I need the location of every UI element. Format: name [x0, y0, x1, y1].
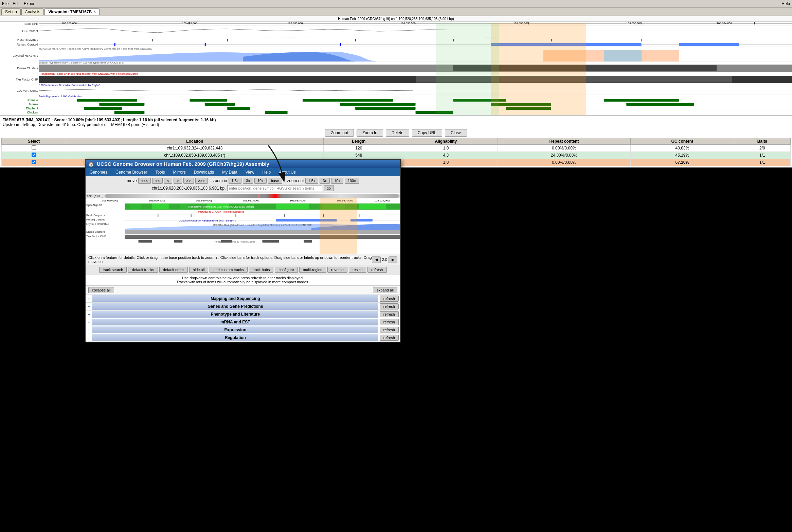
- nav-downloads[interactable]: Downloads: [190, 169, 218, 176]
- mouse-row: Mouse: [0, 102, 792, 106]
- tab-viewpoint[interactable]: Viewpoint: TMEM167B ×: [44, 8, 100, 15]
- menu-help[interactable]: Help: [781, 1, 790, 6]
- regulation-refresh-btn[interactable]: refresh: [380, 335, 399, 341]
- move-far-right[interactable]: >>>: [195, 178, 208, 184]
- move-left-1[interactable]: <: [164, 178, 172, 184]
- svg-rect-7: [114, 43, 115, 46]
- multiz-label: Multi Alignments of 100 Vertebrates: [39, 94, 792, 98]
- svg-rect-1: [227, 39, 228, 41]
- col-select: Select: [2, 138, 66, 145]
- svg-rect-28: [416, 111, 453, 114]
- row1-select[interactable]: [2, 145, 66, 152]
- nav-mirrors[interactable]: Mirrors: [169, 169, 190, 176]
- expression-toggle[interactable]: +: [86, 326, 92, 333]
- default-tracks-btn[interactable]: default tracks: [128, 267, 158, 273]
- move-right-val-left[interactable]: ◀: [372, 256, 381, 263]
- track-hubs-btn[interactable]: track hubs: [249, 267, 274, 273]
- delete-button[interactable]: Delete: [386, 129, 409, 137]
- mapping-refresh-btn[interactable]: refresh: [380, 296, 399, 302]
- nav-tools[interactable]: Tools: [151, 169, 169, 176]
- nav-browser[interactable]: Genome Browser: [111, 169, 151, 176]
- move-far-left[interactable]: <<<: [138, 178, 151, 184]
- expression-label: Expression: [92, 326, 378, 333]
- nav-mydata[interactable]: My Data: [218, 169, 241, 176]
- tab-analysis[interactable]: Analysis: [21, 8, 44, 15]
- zoom-out-button[interactable]: Zoom out: [325, 129, 354, 137]
- svg-rect-61: [263, 240, 279, 243]
- zoom-out-100x[interactable]: 100x: [345, 178, 359, 184]
- nav-help[interactable]: Help: [258, 169, 275, 176]
- row1-checkbox[interactable]: [32, 145, 36, 150]
- go-button[interactable]: go: [324, 185, 334, 191]
- move-right-1[interactable]: >: [174, 178, 182, 184]
- svg-rect-42: [276, 204, 309, 209]
- hide-all-btn[interactable]: hide all: [189, 267, 209, 273]
- default-order-btn[interactable]: default order: [159, 267, 188, 273]
- phenotype-toggle[interactable]: +: [86, 311, 92, 318]
- row2-repeat: 24.80%/0.00%: [498, 152, 630, 159]
- nav-genomes[interactable]: Genomes: [86, 169, 111, 176]
- genes-refresh-btn[interactable]: refresh: [380, 303, 399, 309]
- row3-repeat: 0.00%/0.00%: [498, 159, 630, 166]
- row2-select[interactable]: [2, 152, 66, 159]
- svg-rect-19: [340, 103, 416, 106]
- multi-region-btn[interactable]: multi-region: [299, 267, 326, 273]
- ucsc-title: UCSC Genome Browser on Human Feb. 2009 (…: [97, 161, 269, 167]
- move-left-2[interactable]: <<: [152, 178, 163, 184]
- row3-checkbox[interactable]: [32, 160, 36, 164]
- row3-alignability: 1.0: [394, 159, 498, 166]
- red-annot: Pathways to GRCh37 Reference Sequence: [86, 210, 400, 213]
- tab-setup[interactable]: Set up: [1, 8, 21, 15]
- move-right-2[interactable]: >>: [183, 178, 194, 184]
- menu-file[interactable]: File: [2, 1, 8, 6]
- genes-toggle[interactable]: +: [86, 303, 92, 310]
- menu-export[interactable]: Export: [24, 1, 36, 6]
- move-right-val-right[interactable]: ▶: [389, 256, 397, 263]
- configure-btn[interactable]: configure: [275, 267, 298, 273]
- copy-url-button[interactable]: Copy URL: [412, 129, 442, 137]
- expand-all-btn[interactable]: expand all: [373, 287, 397, 293]
- mapping-toggle[interactable]: +: [86, 295, 92, 302]
- phenotype-refresh-btn[interactable]: refresh: [380, 311, 399, 317]
- regulation-toggle[interactable]: +: [86, 334, 92, 341]
- ucsc-search-row: chr1:109,628,203-109,635,103 6,901 bp. g…: [88, 185, 397, 191]
- col-baits: Baits: [734, 138, 790, 145]
- row3-select[interactable]: [2, 159, 66, 166]
- txn-row: Txn Factor ChIP: [0, 76, 792, 83]
- svg-rect-9: [340, 43, 341, 46]
- svg-rect-8: [205, 43, 206, 46]
- mrna-refresh-btn[interactable]: refresh: [380, 319, 399, 325]
- chicken-row: Chicken: [0, 110, 792, 114]
- move-right-value: 2.0: [382, 258, 387, 262]
- track-search-btn[interactable]: track search: [99, 267, 127, 273]
- nav-about[interactable]: About Us: [275, 169, 300, 176]
- zoom-in-button[interactable]: Zoom In: [357, 129, 383, 137]
- menu-edit[interactable]: Edit: [13, 1, 20, 6]
- position-search[interactable]: [227, 185, 322, 191]
- zoom-in-3x[interactable]: 3x: [243, 178, 253, 184]
- ucsc-txn-row: Txn Factor ChIP: [86, 235, 400, 239]
- ucsc-restr-row: Restr Enzymes: [86, 214, 400, 218]
- ucsc-h3k27-row: Layered H3K27Mc H3K27Mc Mark (Often Foun…: [86, 223, 400, 230]
- home-icon[interactable]: 🏠: [88, 161, 94, 167]
- zoom-out-3x[interactable]: 3x: [320, 178, 330, 184]
- reverse-btn[interactable]: reverse: [327, 267, 347, 273]
- zoom-out-10x[interactable]: 10x: [331, 178, 343, 184]
- mrna-toggle[interactable]: +: [86, 319, 92, 325]
- collapse-all-btn[interactable]: collapse all: [88, 287, 114, 293]
- chr-ideogram: chr1 (e13.3): [86, 194, 400, 198]
- svg-rect-4: [551, 39, 552, 41]
- zoom-out-1.5x[interactable]: 1.5x: [305, 178, 319, 184]
- close-button[interactable]: Close: [445, 129, 467, 137]
- expression-refresh-btn[interactable]: refresh: [380, 327, 399, 333]
- zoom-in-base[interactable]: base: [268, 178, 282, 184]
- ucsc-refseq-row: Refseq Curated UCSO annotations of Refse…: [86, 218, 400, 222]
- row2-checkbox[interactable]: [32, 153, 36, 157]
- zoom-in-1.5x[interactable]: 1.5x: [229, 178, 242, 184]
- tab-close-icon[interactable]: ×: [94, 10, 96, 14]
- nav-view[interactable]: View: [241, 169, 258, 176]
- resize-btn[interactable]: resize: [349, 267, 366, 273]
- refresh-toolbar-btn[interactable]: refresh: [367, 267, 386, 273]
- add-custom-tracks-btn[interactable]: add custom tracks: [210, 267, 247, 273]
- zoom-in-10x[interactable]: 10x: [254, 178, 267, 184]
